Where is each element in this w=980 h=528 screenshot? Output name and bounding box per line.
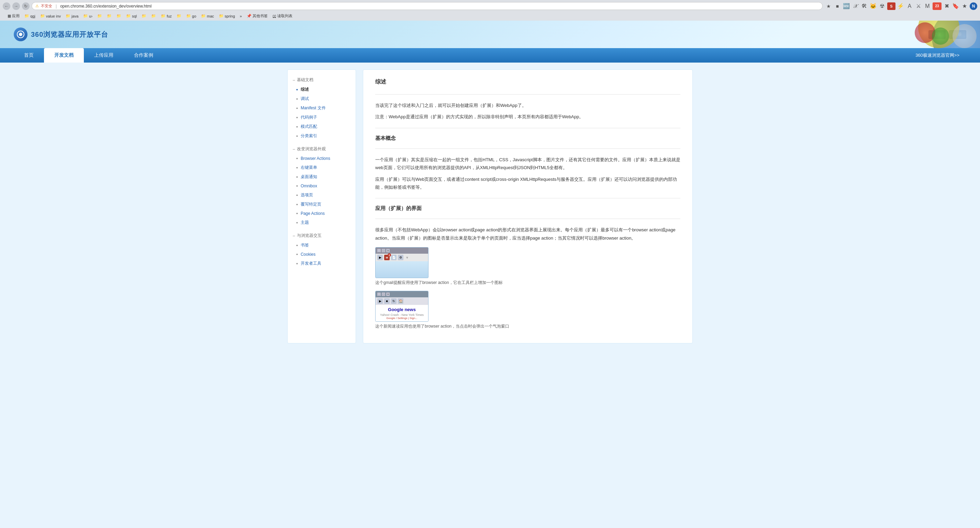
- ext11-icon[interactable]: 23: [932, 2, 942, 10]
- bookmark-u-label: u›: [89, 14, 92, 18]
- ext5-icon[interactable]: ☢: [878, 2, 886, 10]
- bookmark-u[interactable]: 📁 u›: [81, 13, 94, 19]
- ext13-icon[interactable]: 🔖: [952, 2, 959, 10]
- sidebar-item-debug[interactable]: 调试: [288, 94, 356, 104]
- sidebar-item-context-menu[interactable]: 右键菜单: [288, 163, 356, 172]
- sidebar-item-samples[interactable]: 代码例子: [288, 113, 356, 122]
- folder-icon-blank3: 📁: [116, 14, 121, 18]
- bookmark-sql[interactable]: 📁 sql: [124, 13, 139, 19]
- sidebar-item-manifest[interactable]: Manifest 文件: [288, 104, 356, 113]
- ext4-icon[interactable]: 🐱: [869, 2, 877, 10]
- sidebar-item-options[interactable]: 选项页: [288, 190, 356, 200]
- img2-maximize-btn[interactable]: □: [382, 292, 385, 296]
- sidebar-item-notifications[interactable]: 桌面通知: [288, 172, 356, 182]
- ext10-icon[interactable]: M: [924, 2, 931, 10]
- img-close-btn[interactable]: ✕: [386, 249, 390, 252]
- ext7-icon[interactable]: ⚡: [897, 2, 904, 10]
- bookmark-sql-label: sql: [132, 14, 137, 18]
- ext9-icon[interactable]: ⚔: [915, 2, 922, 10]
- img-minimize-btn[interactable]: _: [377, 249, 381, 252]
- ext8-icon[interactable]: A: [906, 2, 913, 10]
- bookmark-qgj[interactable]: 📁 qgj: [22, 13, 37, 19]
- sidebar-item-page-actions[interactable]: Page Actions: [288, 209, 356, 218]
- ext3-icon[interactable]: 🛠: [861, 2, 868, 10]
- folder-icon-mac: 📁: [201, 14, 206, 18]
- bookmark-blank2[interactable]: 📁: [105, 13, 114, 19]
- nav-docs[interactable]: 开发文档: [44, 48, 84, 62]
- ext14-icon[interactable]: ★: [961, 2, 968, 10]
- sidebar-item-overrides[interactable]: 覆写特定页: [288, 200, 356, 209]
- img2-close-btn[interactable]: ✕: [386, 292, 390, 296]
- bookmark-blank6[interactable]: 📁: [175, 13, 183, 19]
- ext12-icon[interactable]: ✖: [943, 2, 950, 10]
- sidebar-section-basics: 基础文档 综述 调试 Manifest 文件 代码例子 模式匹配 分类索引: [288, 75, 356, 140]
- bookmark-more[interactable]: »: [238, 13, 244, 19]
- img2-minimize-btn[interactable]: _: [377, 292, 381, 296]
- svg-point-1: [19, 33, 22, 36]
- img-content-area: [375, 261, 428, 278]
- img-settings-icon[interactable]: ⚙: [398, 255, 403, 260]
- bookmark-spring-label: spring: [225, 14, 235, 18]
- sidebar-section-appearance: 改变浏览器外观 Browser Actions 右键菜单 桌面通知 Omnibo…: [288, 144, 356, 227]
- nav-cases[interactable]: 合作案例: [124, 48, 164, 62]
- folder-icon-sql: 📁: [126, 14, 131, 18]
- section1-title: 基本概念: [375, 135, 680, 142]
- img2-stop-icon[interactable]: ■: [384, 298, 390, 304]
- extensions-icon[interactable]: ■: [834, 2, 841, 10]
- bookmark-java[interactable]: 📁 java: [64, 13, 80, 19]
- ext2-icon[interactable]: 𝒳: [851, 2, 859, 10]
- url-text: open.chrome.360.cn/extension_dev/overvie…: [60, 4, 819, 9]
- bookmark-mac[interactable]: 📁 mac: [199, 13, 216, 19]
- bookmark-value[interactable]: 📁 value inv: [38, 13, 63, 19]
- sidebar-item-overview[interactable]: 综述: [288, 85, 356, 94]
- sidebar-item-browser-actions[interactable]: Browser Actions: [288, 154, 356, 163]
- nav-home[interactable]: 首页: [14, 48, 44, 62]
- bookmark-others[interactable]: 📌 其他书签: [245, 13, 270, 19]
- sidebar-item-devtools[interactable]: 开发者工具: [288, 259, 356, 268]
- bookmark-go-label: go: [192, 14, 196, 18]
- folder-icon-others: 📌: [247, 14, 251, 18]
- img-mail-badge: 3: [388, 254, 391, 257]
- sidebar-item-patterns[interactable]: 模式匹配: [288, 122, 356, 131]
- img-mail-icon[interactable]: M 3: [384, 255, 390, 260]
- bookmark-blank3[interactable]: 📁: [115, 13, 123, 19]
- img-doc-icon[interactable]: 📄: [391, 255, 396, 260]
- back-button[interactable]: ←: [3, 2, 10, 10]
- img2-home-icon[interactable]: 🏠: [398, 298, 403, 304]
- ext6-icon[interactable]: S: [887, 2, 896, 10]
- bookmark-others-label: 其他书签: [253, 13, 268, 19]
- bookmark-readlist[interactable]: 🕮 读取列表: [270, 13, 294, 19]
- img-more-icon[interactable]: ▼: [406, 256, 409, 260]
- sidebar-section-appearance-title: 改变浏览器外观: [288, 144, 356, 154]
- refresh-button[interactable]: ↻: [22, 2, 30, 10]
- address-bar[interactable]: ⚠ 不安全 | open.chrome.360.cn/extension_dev…: [32, 2, 822, 10]
- img-maximize-btn[interactable]: □: [382, 249, 385, 252]
- bookmark-go[interactable]: 📁 go: [184, 13, 198, 19]
- ext1-icon[interactable]: 🆕: [843, 2, 850, 10]
- bookmark-blank1[interactable]: 📁: [95, 13, 104, 19]
- bookmark-star-icon[interactable]: ★: [825, 2, 832, 10]
- nav-browser-link[interactable]: 360极速浏览器官网>>: [908, 48, 966, 62]
- sidebar-item-bookmarks[interactable]: 书签: [288, 241, 356, 250]
- sidebar-item-index[interactable]: 分类索引: [288, 131, 356, 140]
- forward-button[interactable]: →: [13, 2, 20, 10]
- image2-container: _ □ ✕ ▶ ■ ↻ 🏠 Google news: [375, 291, 680, 329]
- img2-back-icon[interactable]: ▶: [377, 298, 383, 304]
- sidebar-item-themes[interactable]: 主题: [288, 218, 356, 227]
- section2-para1: 很多应用（不包括WebApp）会以browser action或page act…: [375, 226, 680, 242]
- sidebar-section-interact: 与浏览器交互 书签 Cookies 开发者工具: [288, 231, 356, 268]
- img-back-icon[interactable]: ▶: [377, 255, 383, 260]
- img2-refresh-icon[interactable]: ↻: [391, 298, 396, 304]
- image2: _ □ ✕ ▶ ■ ↻ 🏠 Google news: [375, 291, 428, 322]
- bookmark-apps[interactable]: ▦ 应用: [5, 13, 22, 19]
- bookmark-fuz[interactable]: 📁 fuz: [159, 13, 174, 19]
- section1-para2: 应用（扩展）可以与Web页面交互，或者通过content script或cros…: [375, 175, 680, 191]
- sidebar-item-omnibox[interactable]: Omnibox: [288, 182, 356, 190]
- bookmark-blank5[interactable]: 📁: [149, 13, 158, 19]
- ext15-icon[interactable]: N: [970, 2, 977, 10]
- bookmark-blank4[interactable]: 📁: [140, 13, 148, 19]
- bookmark-spring[interactable]: 📁 spring: [217, 13, 237, 19]
- sidebar-item-cookies[interactable]: Cookies: [288, 250, 356, 259]
- google-news-subtext: Yahoo! Crash - New York Times Google / S…: [380, 313, 424, 320]
- nav-upload[interactable]: 上传应用: [84, 48, 124, 62]
